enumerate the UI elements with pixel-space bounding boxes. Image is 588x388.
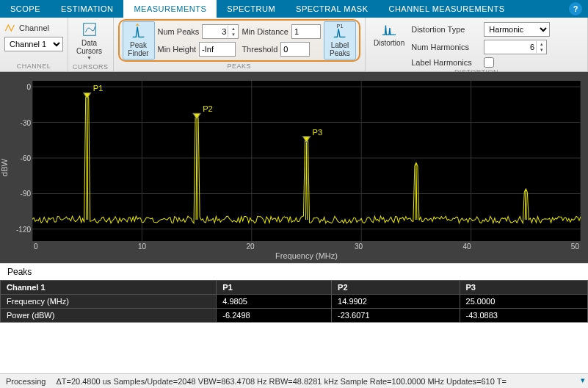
min-height-input[interactable]: [199, 42, 236, 57]
group-cursors: Data Cursors ▼ CURSORS: [68, 18, 114, 71]
num-peaks-label: Num Peaks: [158, 27, 200, 36]
table-cell: -43.0883: [460, 309, 587, 323]
num-harmonics-label: Num Harmonics: [411, 43, 481, 51]
table-cell: -6.2498: [217, 309, 332, 323]
y-tick: -30: [13, 118, 31, 126]
y-axis-label: dBW: [0, 159, 9, 176]
label-harmonics-label: Label Harmonics: [411, 58, 481, 67]
distortion-type-select[interactable]: Harmonic: [484, 22, 550, 37]
peak-finder-button[interactable]: Peak Finder: [123, 21, 155, 60]
channel-label: Channel: [19, 24, 49, 32]
threshold-input[interactable]: [280, 42, 310, 57]
peaks-table: Channel 1P1P2P3 Frequency (MHz)4.980514.…: [0, 280, 588, 323]
help-icon[interactable]: ?: [569, 2, 582, 15]
svg-text:P3: P3: [313, 128, 323, 137]
y-tick: -90: [13, 190, 31, 198]
num-peaks-input[interactable]: ▲▼: [202, 24, 239, 39]
channel-select[interactable]: Channel 1: [4, 37, 63, 51]
svg-rect-0: [83, 24, 95, 36]
min-height-label: Min Height: [158, 45, 197, 54]
svg-text:P1: P1: [93, 84, 104, 93]
data-cursors-button[interactable]: Data Cursors ▼: [73, 19, 106, 62]
x-tick: 40: [462, 242, 471, 251]
label-peaks-button[interactable]: P1 Label Peaks: [324, 21, 356, 60]
x-axis-label: Frequency (MHz): [32, 251, 581, 260]
tab-spectrum[interactable]: SPECTRUM: [217, 0, 286, 18]
table-row-label: Frequency (MHz): [1, 295, 217, 309]
threshold-label: Threshold: [242, 45, 277, 54]
status-state: Processing: [6, 377, 46, 386]
x-tick: 0: [34, 242, 38, 251]
table-header: P1: [217, 281, 332, 295]
tab-spectral-mask[interactable]: SPECTRAL MASK: [286, 0, 378, 18]
tab-estimation[interactable]: ESTIMATION: [51, 0, 123, 18]
cursors-icon: [81, 21, 98, 37]
table-cell: 14.9902: [332, 295, 460, 309]
group-distortion: Distortion Distortion Type Harmonic Num …: [366, 18, 588, 71]
table-header: P2: [332, 281, 460, 295]
y-tick: -60: [13, 154, 31, 162]
distortion-button[interactable]: Distortion: [370, 19, 408, 49]
tab-measurements[interactable]: MEASUREMENTS: [123, 0, 217, 18]
group-peaks: Peak Finder Num Peaks ▲▼ Min Height Min …: [114, 18, 366, 71]
table-cell: 4.9805: [217, 295, 332, 309]
label-harmonics-checkbox[interactable]: [484, 57, 494, 68]
tab-bar: SCOPE ESTIMATION MEASUREMENTS SPECTRUM S…: [0, 0, 588, 18]
table-cell: 25.0000: [460, 295, 587, 309]
num-harmonics-input[interactable]: ▲▼: [484, 40, 547, 54]
y-tick: -120: [13, 225, 31, 233]
peak-finder-icon: [131, 24, 147, 40]
group-label-channel: CHANNEL: [4, 62, 63, 71]
table-header: P3: [460, 281, 587, 295]
peaks-table-title: Peaks: [0, 263, 588, 280]
distortion-type-label: Distortion Type: [411, 25, 481, 34]
x-tick: 50: [571, 242, 579, 251]
tab-scope[interactable]: SCOPE: [0, 0, 51, 18]
channel-icon: [4, 22, 16, 34]
min-distance-input[interactable]: [291, 24, 321, 39]
status-bar: Processing ΔT=20.4800 us Samples/Update=…: [0, 373, 588, 388]
group-channel: Channel Channel 1 CHANNEL: [0, 18, 68, 71]
svg-text:P1: P1: [336, 24, 343, 29]
table-header: Channel 1: [1, 281, 217, 295]
tab-channel-measurements[interactable]: CHANNEL MEASUREMENTS: [378, 0, 515, 18]
group-label-cursors: CURSORS: [73, 62, 109, 72]
distortion-icon: [381, 21, 397, 37]
min-distance-label: Min Distance: [242, 27, 288, 36]
y-tick: 0: [13, 83, 31, 91]
toolstrip: Channel Channel 1 CHANNEL Data Cursors ▼…: [0, 18, 588, 72]
x-tick: 20: [246, 242, 254, 251]
status-expand-icon[interactable]: ▾: [581, 376, 585, 385]
x-tick: 30: [355, 242, 363, 251]
spectrum-plot[interactable]: dBW 0-30-60-90-120 P1P2P3 01020304050 Fr…: [0, 72, 588, 263]
x-tick: 10: [138, 242, 146, 251]
label-peaks-icon: P1: [332, 24, 348, 40]
svg-text:P2: P2: [203, 104, 213, 113]
group-label-peaks: PEAKS: [118, 62, 360, 71]
table-cell: -23.6071: [332, 309, 460, 323]
table-row-label: Power (dBW): [1, 309, 217, 323]
